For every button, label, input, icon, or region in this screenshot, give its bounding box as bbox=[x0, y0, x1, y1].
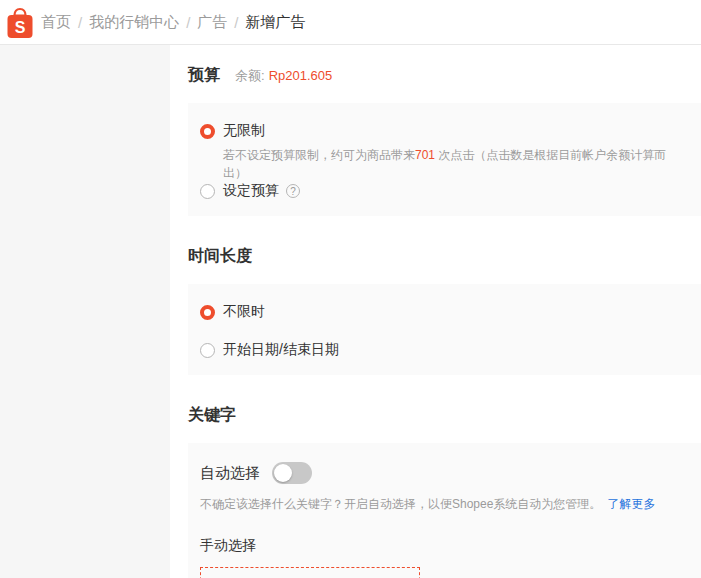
budget-options-panel: 无限制 若不设定预算限制，约可为商品带来701 次点击（点击数是根据目前帐户余额… bbox=[188, 103, 701, 216]
breadcrumb-ads[interactable]: 广告 bbox=[197, 13, 227, 32]
breadcrumb-separator: / bbox=[78, 14, 82, 31]
manual-select-label: 手动选择 bbox=[200, 537, 685, 555]
auto-select-toggle[interactable] bbox=[272, 462, 312, 484]
duration-option-date-range-label: 开始日期/结束日期 bbox=[223, 341, 339, 359]
keywords-panel: 自动选择 不确定该选择什么关键字？开启自动选择，以便Shopee系统自动为您管理… bbox=[188, 443, 701, 578]
toggle-knob bbox=[274, 464, 292, 482]
breadcrumb-separator: / bbox=[186, 14, 190, 31]
budget-option-unlimited-label: 无限制 bbox=[223, 122, 265, 140]
breadcrumb-separator: / bbox=[234, 14, 238, 31]
auto-select-description-text: 不确定该选择什么关键字？开启自动选择，以便Shopee系统自动为您管理。 bbox=[200, 497, 601, 511]
breadcrumb-new-ad: 新增广告 bbox=[246, 13, 306, 32]
radio-date-range-icon[interactable] bbox=[200, 343, 215, 358]
duration-option-date-range[interactable]: 开始日期/结束日期 bbox=[200, 341, 685, 359]
radio-unlimited-icon[interactable] bbox=[200, 124, 215, 139]
budget-desc-clicks-value: 701 bbox=[415, 148, 435, 162]
budget-option-set-budget-label: 设定预算 bbox=[223, 182, 279, 200]
shopee-logo-icon: S bbox=[7, 7, 33, 39]
keywords-section-title: 关键字 bbox=[188, 405, 236, 426]
add-recommended-keywords-button[interactable]: + 增加推荐的关键字 bbox=[200, 567, 420, 578]
auto-select-description: 不确定该选择什么关键字？开启自动选择，以便Shopee系统自动为您管理。了解更多 bbox=[200, 496, 685, 513]
breadcrumb-marketing-center[interactable]: 我的行销中心 bbox=[89, 13, 179, 32]
breadcrumb-bar: S 首页 / 我的行销中心 / 广告 / 新增广告 bbox=[0, 0, 701, 45]
sidebar bbox=[0, 45, 170, 578]
budget-option-unlimited-description: 若不设定预算限制，约可为商品带来701 次点击（点击数是根据目前帐户余额计算而出… bbox=[223, 146, 685, 182]
budget-desc-text: 若不设定预算限制，约可为商品带来 bbox=[223, 148, 415, 162]
main-content: 预算 余额: Rp201.605 无限制 若不设定预算限制，约可为商品带来701… bbox=[170, 45, 701, 578]
duration-option-no-limit-label: 不限时 bbox=[223, 303, 265, 321]
shopee-logo-letter: S bbox=[15, 19, 26, 36]
breadcrumb: 首页 / 我的行销中心 / 广告 / 新增广告 bbox=[41, 13, 310, 32]
radio-set-budget-icon[interactable] bbox=[200, 184, 215, 199]
balance-label: 余额: bbox=[235, 67, 265, 85]
duration-options-panel: 不限时 开始日期/结束日期 bbox=[188, 284, 701, 375]
help-icon[interactable]: ? bbox=[286, 184, 300, 198]
balance-value: Rp201.605 bbox=[269, 68, 333, 83]
budget-option-set-budget[interactable]: 设定预算 ? bbox=[200, 182, 685, 200]
budget-section-title: 预算 bbox=[188, 65, 220, 86]
auto-select-label: 自动选择 bbox=[200, 464, 260, 483]
radio-no-time-limit-icon[interactable] bbox=[200, 305, 215, 320]
duration-option-no-limit[interactable]: 不限时 bbox=[200, 303, 685, 321]
learn-more-link[interactable]: 了解更多 bbox=[607, 497, 655, 511]
breadcrumb-home[interactable]: 首页 bbox=[41, 13, 71, 32]
duration-section-title: 时间长度 bbox=[188, 246, 252, 267]
budget-option-unlimited[interactable]: 无限制 若不设定预算限制，约可为商品带来701 次点击（点击数是根据目前帐户余额… bbox=[200, 122, 685, 182]
